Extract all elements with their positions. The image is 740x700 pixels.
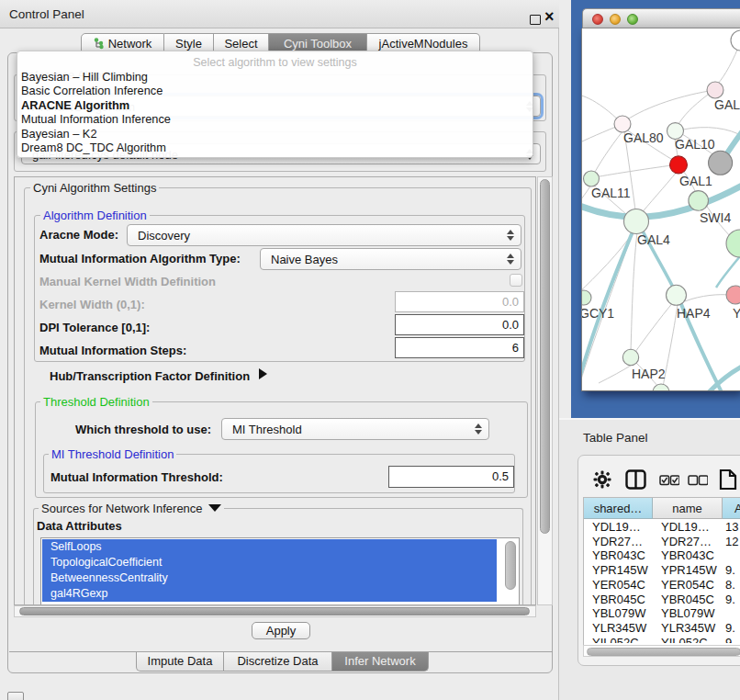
dropdown-item-selected[interactable]: ARACNE Algorithm bbox=[21, 98, 129, 112]
node-label: GAL bbox=[714, 97, 740, 112]
zoom-traffic-light-icon[interactable] bbox=[627, 14, 638, 25]
network-node[interactable] bbox=[670, 156, 688, 174]
threshold-definition-group: Threshold Definition Which threshold to … bbox=[35, 401, 528, 498]
network-node[interactable] bbox=[689, 191, 709, 211]
list-item[interactable]: SelfLoops bbox=[42, 539, 497, 555]
table-row[interactable]: YER054CYER054C8. bbox=[584, 578, 740, 593]
table-row[interactable]: YBR045CYBR045C9. bbox=[584, 593, 740, 607]
aracne-mode-value: Discovery bbox=[138, 229, 190, 243]
node-label: GCY1 bbox=[582, 306, 614, 321]
mi-threshold-field[interactable]: 0.5 bbox=[388, 466, 514, 488]
mi-threshold-group: MI Threshold Definition Mutual Informati… bbox=[43, 454, 515, 493]
attributes-scrollbar[interactable] bbox=[505, 541, 517, 593]
gear-icon[interactable] bbox=[593, 470, 611, 492]
network-node[interactable] bbox=[584, 171, 600, 186]
algorithm-dropdown-popup: Select algorithm to view settings Bayesi… bbox=[17, 51, 533, 158]
dropdown-item[interactable]: Bayesian – Hill Climbing bbox=[21, 70, 148, 84]
network-node[interactable] bbox=[582, 290, 591, 305]
table-row[interactable]: YPR145WYPR145W9. bbox=[584, 563, 740, 578]
network-view-canvas[interactable]: GAL GAL80 GAL10 GAL1 GAL11 SWI4 GAL4 GCY… bbox=[581, 28, 740, 391]
dock-panel-icon[interactable] bbox=[7, 692, 24, 700]
which-threshold-combo[interactable]: MI Threshold bbox=[221, 418, 489, 440]
control-panel-titlebar: Control Panel × bbox=[0, 0, 559, 28]
column-header-name[interactable]: name bbox=[653, 498, 723, 519]
node-label: GAL11 bbox=[591, 186, 631, 200]
apply-button[interactable]: Apply bbox=[252, 622, 310, 639]
combo-arrows-icon bbox=[506, 229, 514, 242]
network-node[interactable] bbox=[622, 349, 638, 365]
kernel-width-field[interactable]: 0.0 bbox=[395, 291, 524, 312]
dropdown-item[interactable]: Dream8 DC_TDC Algorithm bbox=[21, 141, 166, 154]
network-node[interactable] bbox=[667, 285, 687, 305]
collapse-arrow-icon[interactable] bbox=[208, 504, 221, 512]
table-horizontal-scrollbar[interactable] bbox=[583, 645, 740, 657]
dropdown-item[interactable]: Basic Correlation Inference bbox=[21, 84, 163, 97]
dropdown-item[interactable]: Mutual Information Inference bbox=[21, 112, 171, 126]
tab-infer-network[interactable]: Infer Network bbox=[332, 652, 429, 672]
table-row[interactable]: YBL079WYBL079W bbox=[584, 606, 740, 621]
sources-title-text: Sources for Network Inference bbox=[41, 502, 203, 515]
table-panel-window: Table Panel bbox=[559, 418, 740, 700]
dropdown-item[interactable]: Bayesian – K2 bbox=[21, 127, 97, 141]
mi-steps-field[interactable]: 6 bbox=[395, 337, 524, 358]
float-window-icon[interactable] bbox=[530, 15, 541, 25]
node-label: HAP4 bbox=[677, 306, 711, 321]
network-node[interactable] bbox=[731, 30, 740, 51]
node-label: GAL10 bbox=[675, 137, 715, 152]
table-row[interactable]: YDL19…YDL19…13 bbox=[584, 520, 740, 535]
table-row[interactable]: YBR043CYBR043C bbox=[584, 548, 740, 563]
bottom-tabbar: Impute Data Discretize Data Infer Networ… bbox=[136, 652, 429, 672]
which-threshold-label: Which threshold to use: bbox=[75, 423, 211, 436]
cyni-algorithm-settings-title: Cyni Algorithm Settings bbox=[30, 182, 159, 194]
panel-vertical-scrollbar[interactable] bbox=[537, 176, 553, 605]
node-label: SWI4 bbox=[700, 210, 731, 225]
expand-arrow-icon[interactable] bbox=[259, 368, 267, 379]
minimize-traffic-light-icon[interactable] bbox=[610, 14, 621, 25]
threshold-definition-title: Threshold Definition bbox=[40, 396, 152, 408]
network-graph: GAL GAL80 GAL10 GAL1 GAL11 SWI4 GAL4 GCY… bbox=[582, 28, 740, 390]
mi-type-label: Mutual Information Algorithm Type: bbox=[39, 252, 241, 265]
scrollbar-thumb[interactable] bbox=[505, 541, 516, 590]
deselect-all-checkboxes-icon[interactable] bbox=[688, 473, 708, 490]
manual-kernel-checkbox[interactable] bbox=[510, 274, 522, 287]
network-node[interactable] bbox=[624, 209, 649, 234]
new-file-icon[interactable] bbox=[719, 469, 737, 494]
network-node[interactable] bbox=[653, 384, 669, 390]
data-attributes-list[interactable]: SelfLoops TopologicalCoefficient Between… bbox=[40, 537, 520, 605]
network-node[interactable] bbox=[726, 286, 740, 304]
list-item[interactable]: BetweennessCentrality bbox=[42, 570, 497, 586]
aracne-mode-combo[interactable]: Discovery bbox=[127, 224, 521, 246]
panel-horizontal-scrollbar[interactable] bbox=[14, 605, 536, 617]
tab-impute-data[interactable]: Impute Data bbox=[136, 652, 224, 672]
column-header-next[interactable]: A bbox=[723, 498, 740, 519]
scrollbar-thumb[interactable] bbox=[587, 648, 740, 656]
kernel-width-label: Kernel Width (0,1): bbox=[39, 298, 145, 311]
mi-type-combo[interactable]: Naive Bayes bbox=[260, 248, 521, 270]
screen: Control Panel × Network Style Sel bbox=[0, 0, 740, 700]
columns-icon[interactable] bbox=[625, 469, 646, 493]
scrollbar-thumb[interactable] bbox=[540, 179, 550, 534]
mi-threshold-label: Mutual Information Threshold: bbox=[50, 470, 223, 484]
select-all-checkboxes-icon[interactable] bbox=[659, 473, 679, 490]
combo-arrows-icon bbox=[474, 423, 482, 435]
network-node[interactable] bbox=[707, 82, 723, 98]
combo-arrows-icon bbox=[506, 253, 514, 265]
tab-discretize-data[interactable]: Discretize Data bbox=[224, 652, 332, 672]
table-row[interactable]: YIL052CYIL052C9 bbox=[584, 636, 740, 643]
close-traffic-light-icon[interactable] bbox=[592, 14, 603, 25]
mi-type-value: Naive Bayes bbox=[271, 253, 338, 266]
close-icon[interactable]: × bbox=[544, 8, 555, 25]
table-row[interactable]: YLR345WYLR345W9. bbox=[584, 621, 740, 636]
network-window-titlebar[interactable] bbox=[582, 8, 740, 28]
scrollbar-thumb[interactable] bbox=[19, 607, 530, 615]
list-item[interactable]: TopologicalCoefficient bbox=[42, 555, 497, 570]
node-label: Y bbox=[733, 306, 740, 321]
table-row[interactable]: YDR27…YDR27…12 bbox=[584, 535, 740, 549]
network-node[interactable] bbox=[709, 151, 733, 175]
column-header-shared-name[interactable]: shared… bbox=[584, 498, 653, 519]
node-label: GAL1 bbox=[679, 174, 712, 188]
data-attributes-label: Data Attributes bbox=[37, 519, 122, 533]
list-item[interactable]: gal4RGexp bbox=[42, 586, 497, 602]
dpi-tolerance-field[interactable]: 0.0 bbox=[395, 314, 524, 335]
table-body: YDL19…YDL19…13 YDR27…YDR27…12 YBR043CYBR… bbox=[584, 520, 740, 643]
